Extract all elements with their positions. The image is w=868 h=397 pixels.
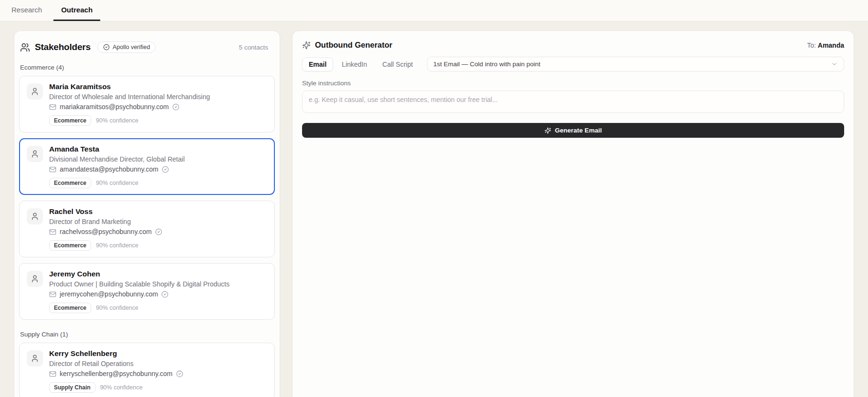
contact-info: Kerry Schellenberg Director of Retail Op… [49, 349, 183, 393]
contact-group: Supply Chain (1) Kerry Schellenberg Dire… [19, 331, 275, 397]
confidence-label: 90% confidence [100, 384, 143, 391]
avatar [27, 208, 43, 224]
verified-check-icon [176, 370, 183, 377]
stakeholders-title: Stakeholders [35, 42, 91, 52]
contact-tag-badge: Ecommerce [49, 115, 91, 126]
contact-title: Director of Retail Operations [49, 360, 183, 367]
mail-icon [49, 166, 56, 173]
contact-card[interactable]: Maria Karamitsos Director of Wholesale a… [19, 76, 275, 132]
confidence-label: 90% confidence [96, 117, 138, 124]
confidence-label: 90% confidence [96, 242, 138, 249]
style-instructions-input[interactable] [302, 91, 844, 113]
contact-badges: Ecommerce 90% confidence [49, 115, 210, 126]
avatar [27, 350, 43, 366]
contact-card[interactable]: Kerry Schellenberg Director of Retail Op… [19, 343, 275, 397]
contact-name: Rachel Voss [49, 207, 162, 216]
contact-name: Amanda Testa [49, 145, 185, 153]
avatar [27, 271, 43, 287]
verified-check-icon [162, 166, 169, 173]
contact-tag-badge: Ecommerce [49, 240, 91, 251]
recipient-indicator: To: Amanda [807, 41, 844, 49]
mail-icon [49, 103, 56, 111]
contact-title: Director of Brand Marketing [49, 218, 162, 225]
chevron-down-icon [831, 61, 838, 68]
contact-email: kerryschellenberg@psychobunny.com [60, 370, 173, 377]
contact-title: Divisional Merchandise Director, Global … [49, 155, 185, 163]
contact-badges: Ecommerce 90% confidence [49, 240, 162, 251]
apollo-verified-label: Apollo verified [113, 44, 150, 51]
tab-research[interactable]: Research [4, 0, 50, 21]
tab-linkedin[interactable]: LinkedIn [335, 57, 374, 71]
apollo-verified-badge: Apollo verified [97, 41, 156, 53]
top-tab-bar: Research Outreach [0, 0, 868, 21]
contact-email-row: amandatesta@psychobunny.com [49, 165, 185, 173]
contact-email-row: kerryschellenberg@psychobunny.com [49, 370, 183, 377]
user-icon [31, 212, 39, 221]
contact-badges: Supply Chain 90% confidence [49, 382, 183, 393]
tab-call-script[interactable]: Call Script [376, 57, 419, 71]
stakeholders-header: Stakeholders Apollo verified 5 contacts [19, 41, 275, 53]
template-select-value: 1st Email — Cold intro with pain point [433, 61, 540, 68]
contact-title: Product Owner | Building Scalable Shopif… [49, 280, 230, 288]
contact-name: Jeremy Cohen [49, 270, 230, 278]
contact-card[interactable]: Rachel Voss Director of Brand Marketing … [19, 201, 275, 257]
user-icon [31, 150, 39, 158]
generator-title: Outbound Generator [315, 41, 392, 50]
group-cards: Kerry Schellenberg Director of Retail Op… [19, 343, 275, 397]
contact-info: Maria Karamitsos Director of Wholesale a… [49, 82, 210, 126]
sparkles-icon [544, 127, 551, 134]
mail-icon [49, 291, 56, 298]
group-label: Supply Chain (1) [20, 331, 274, 338]
main-content: Stakeholders Apollo verified 5 contacts … [0, 21, 868, 397]
avatar [27, 146, 43, 162]
verified-check-icon [161, 291, 168, 298]
contact-badges: Ecommerce 90% confidence [49, 178, 185, 188]
contact-badges: Ecommerce 90% confidence [49, 303, 230, 313]
contact-email-row: jeremycohen@psychobunny.com [49, 290, 230, 298]
confidence-label: 90% confidence [96, 180, 138, 186]
contact-email: jeremycohen@psychobunny.com [60, 290, 158, 298]
sparkles-icon [302, 41, 311, 50]
to-label: To: [807, 41, 816, 49]
generate-email-label: Generate Email [555, 127, 602, 134]
contact-email: rachelvoss@psychobunny.com [60, 228, 152, 235]
template-select[interactable]: 1st Email — Cold intro with pain point [427, 57, 844, 71]
contact-email-row: rachelvoss@psychobunny.com [49, 228, 162, 235]
style-instructions-label: Style instructions [302, 80, 844, 87]
tab-outreach[interactable]: Outreach [53, 0, 100, 21]
contact-tag-badge: Ecommerce [49, 178, 91, 188]
users-icon [20, 42, 30, 52]
mail-icon [49, 370, 56, 377]
stakeholders-panel: Stakeholders Apollo verified 5 contacts … [14, 31, 280, 397]
user-icon [31, 87, 39, 96]
confidence-label: 90% confidence [96, 305, 138, 311]
contact-tag-badge: Ecommerce [49, 303, 91, 313]
contact-group: Ecommerce (4) Maria Karamitsos Director … [19, 64, 275, 320]
verified-check-icon [172, 103, 179, 111]
contact-info: Rachel Voss Director of Brand Marketing … [49, 207, 162, 251]
user-icon [31, 275, 39, 283]
generate-email-button[interactable]: Generate Email [302, 123, 844, 138]
contact-info: Amanda Testa Divisional Merchandise Dire… [49, 145, 185, 188]
contact-name: Kerry Schellenberg [49, 349, 183, 358]
tab-email[interactable]: Email [302, 57, 333, 71]
verified-check-icon [155, 228, 162, 235]
outbound-generator-panel: Outbound Generator To: Amanda Email Link… [292, 31, 854, 397]
contact-info: Jeremy Cohen Product Owner | Building Sc… [49, 270, 230, 313]
contact-card[interactable]: Amanda Testa Divisional Merchandise Dire… [19, 138, 275, 195]
generator-tabs: Email LinkedIn Call Script 1st Email — C… [302, 57, 844, 71]
contact-groups: Ecommerce (4) Maria Karamitsos Director … [19, 64, 275, 397]
avatar [27, 83, 43, 100]
mail-icon [49, 228, 56, 235]
contact-tag-badge: Supply Chain [49, 382, 95, 393]
contact-email: mariakaramitsos@psychobunny.com [60, 103, 169, 111]
contacts-count: 5 contacts [239, 44, 268, 51]
contact-title: Director of Wholesale and International … [49, 93, 210, 101]
contact-email: amandatesta@psychobunny.com [60, 165, 158, 173]
contact-email-row: mariakaramitsos@psychobunny.com [49, 103, 210, 111]
generator-header: Outbound Generator To: Amanda [302, 41, 844, 50]
to-value: Amanda [818, 41, 844, 49]
contact-card[interactable]: Jeremy Cohen Product Owner | Building Sc… [19, 263, 275, 320]
badge-check-icon [103, 44, 110, 51]
user-icon [31, 354, 39, 363]
